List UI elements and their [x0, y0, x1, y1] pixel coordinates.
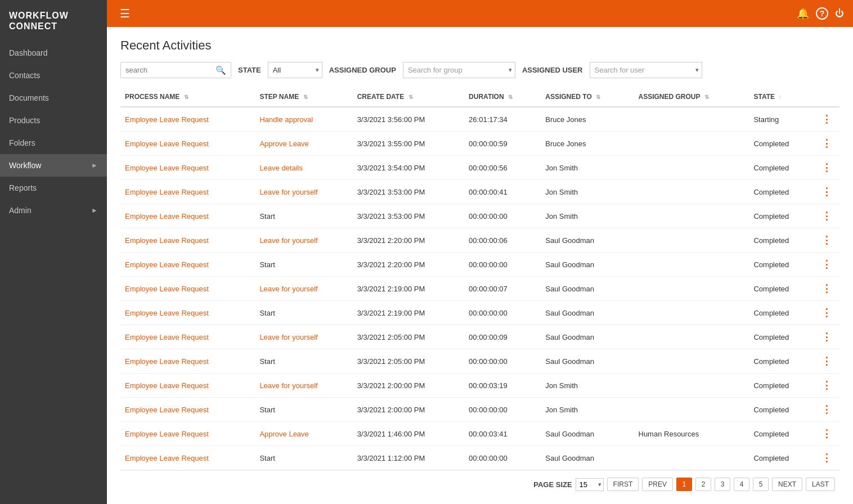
- col-step-name[interactable]: STEP NAME ⇅: [255, 87, 352, 107]
- step-name-link[interactable]: Leave for yourself: [259, 285, 317, 293]
- process-name-link[interactable]: Employee Leave Request: [125, 357, 209, 366]
- cell-state: Completed: [749, 301, 814, 325]
- row-actions-button[interactable]: ⋮: [818, 428, 835, 440]
- process-name-link[interactable]: Employee Leave Request: [125, 212, 209, 220]
- row-actions-button[interactable]: ⋮: [818, 186, 835, 198]
- cell-actions: ⋮: [814, 132, 839, 156]
- power-icon[interactable]: ⏻: [835, 8, 844, 19]
- row-actions-button[interactable]: ⋮: [818, 355, 835, 367]
- page-number-3-button[interactable]: 3: [715, 478, 730, 491]
- cell-actions: ⋮: [814, 204, 839, 228]
- row-actions-button[interactable]: ⋮: [818, 234, 835, 246]
- cell-step-name: Start: [255, 398, 352, 422]
- process-name-link[interactable]: Employee Leave Request: [125, 285, 209, 293]
- sidebar-item-admin[interactable]: Admin ►: [0, 199, 107, 222]
- row-actions-button[interactable]: ⋮: [818, 113, 835, 125]
- row-actions-button[interactable]: ⋮: [818, 282, 835, 295]
- step-name-link[interactable]: Leave for yourself: [259, 236, 317, 245]
- row-actions-button[interactable]: ⋮: [818, 258, 835, 271]
- process-name-link[interactable]: Employee Leave Request: [125, 381, 209, 390]
- page-number-5-button[interactable]: 5: [753, 478, 769, 491]
- cell-assigned-to: Saul Goodman: [541, 446, 634, 470]
- cell-assigned-group: [634, 204, 749, 228]
- row-actions-button[interactable]: ⋮: [818, 137, 835, 150]
- process-name-link[interactable]: Employee Leave Request: [125, 454, 209, 462]
- page-number-1-button[interactable]: 1: [676, 478, 692, 491]
- step-name-link[interactable]: Handle approval: [259, 115, 313, 124]
- process-name-link[interactable]: Employee Leave Request: [125, 164, 209, 172]
- search-input[interactable]: [121, 62, 211, 78]
- process-name-link[interactable]: Employee Leave Request: [125, 333, 209, 341]
- cell-assigned-group: [634, 156, 749, 180]
- sidebar-item-label: Contacts: [9, 71, 40, 80]
- cell-actions: ⋮: [814, 398, 839, 422]
- row-actions-button[interactable]: ⋮: [818, 331, 835, 343]
- process-name-link[interactable]: Employee Leave Request: [125, 188, 209, 196]
- step-name-link[interactable]: Leave for yourself: [259, 188, 317, 196]
- help-icon[interactable]: ?: [816, 7, 828, 20]
- sidebar-item-contacts[interactable]: Contacts: [0, 64, 107, 87]
- cell-process-name: Employee Leave Request: [120, 132, 255, 156]
- filters-row: 🔍 STATE All Starting Completed Pending A…: [120, 62, 839, 78]
- row-actions-button[interactable]: ⋮: [818, 307, 835, 319]
- process-name-link[interactable]: Employee Leave Request: [125, 309, 209, 317]
- col-create-date[interactable]: CREATE DATE ⇅: [353, 87, 464, 107]
- prev-page-button[interactable]: PREV: [642, 478, 673, 491]
- sidebar-item-reports[interactable]: Reports: [0, 177, 107, 199]
- step-name-link[interactable]: Approve Leave: [259, 140, 308, 148]
- page-title: Recent Activities: [120, 38, 839, 53]
- cell-assigned-to: Jon Smith: [541, 374, 634, 398]
- sidebar-item-label: Products: [9, 116, 40, 125]
- sidebar-item-documents[interactable]: Documents: [0, 87, 107, 109]
- row-actions-button[interactable]: ⋮: [818, 210, 835, 222]
- next-page-button[interactable]: NEXT: [772, 478, 802, 491]
- sort-icon: ⇅: [508, 94, 513, 100]
- cell-actions: ⋮: [814, 422, 839, 446]
- col-assigned-to[interactable]: ASSIGNED TO ⇅: [541, 87, 634, 107]
- state-select[interactable]: All Starting Completed Pending: [268, 62, 322, 78]
- table-row: Employee Leave Request Leave for yoursel…: [120, 228, 839, 253]
- process-name-link[interactable]: Employee Leave Request: [125, 430, 209, 438]
- search-button[interactable]: 🔍: [211, 63, 231, 78]
- step-name-link[interactable]: Leave for yourself: [259, 381, 317, 390]
- row-actions-button[interactable]: ⋮: [818, 161, 835, 174]
- col-duration[interactable]: DURATION ⇅: [464, 87, 541, 107]
- page-size-select[interactable]: 15 25 50 100: [576, 478, 604, 491]
- topbar-right: 🔔 ? ⏻: [797, 7, 844, 20]
- cell-duration: 26:01:17:34: [464, 107, 541, 132]
- assigned-group-select[interactable]: Search for group: [403, 62, 515, 78]
- col-process-name[interactable]: PROCESS NAME ⇅: [120, 87, 255, 107]
- sidebar-item-products[interactable]: Products: [0, 109, 107, 132]
- cell-assigned-to: Jon Smith: [541, 180, 634, 204]
- step-name-text: Start: [259, 260, 275, 269]
- process-name-link[interactable]: Employee Leave Request: [125, 140, 209, 148]
- cell-actions: ⋮: [814, 180, 839, 204]
- cell-assigned-group: [634, 374, 749, 398]
- cell-assigned-group: [634, 349, 749, 374]
- process-name-link[interactable]: Employee Leave Request: [125, 115, 209, 124]
- sidebar-item-workflow[interactable]: Workflow ►: [0, 154, 107, 177]
- step-name-link[interactable]: Leave for yourself: [259, 333, 317, 341]
- col-state[interactable]: STATE ↑: [749, 87, 814, 107]
- process-name-link[interactable]: Employee Leave Request: [125, 406, 209, 414]
- page-number-2-button[interactable]: 2: [695, 478, 711, 491]
- step-name-link[interactable]: Leave details: [259, 164, 303, 172]
- row-actions-button[interactable]: ⋮: [818, 379, 835, 392]
- first-page-button[interactable]: FIRST: [607, 478, 639, 491]
- table-row: Employee Leave Request Leave for yoursel…: [120, 277, 839, 301]
- row-actions-button[interactable]: ⋮: [818, 452, 835, 464]
- cell-step-name: Approve Leave: [255, 132, 352, 156]
- menu-button[interactable]: ☰: [116, 4, 134, 22]
- col-assigned-group[interactable]: ASSIGNED GROUP ⇅: [634, 87, 749, 107]
- assigned-user-select[interactable]: Search for user: [590, 62, 702, 78]
- sidebar-item-folders[interactable]: Folders: [0, 132, 107, 154]
- step-name-link[interactable]: Approve Leave: [259, 430, 308, 438]
- sidebar-item-dashboard[interactable]: Dashboard: [0, 42, 107, 64]
- process-name-link[interactable]: Employee Leave Request: [125, 236, 209, 245]
- process-name-link[interactable]: Employee Leave Request: [125, 260, 209, 269]
- last-page-button[interactable]: LAST: [806, 478, 835, 491]
- bell-icon[interactable]: 🔔: [797, 7, 809, 20]
- row-actions-button[interactable]: ⋮: [818, 403, 835, 416]
- cell-duration: 00:00:00:00: [464, 204, 541, 228]
- page-number-4-button[interactable]: 4: [734, 478, 749, 491]
